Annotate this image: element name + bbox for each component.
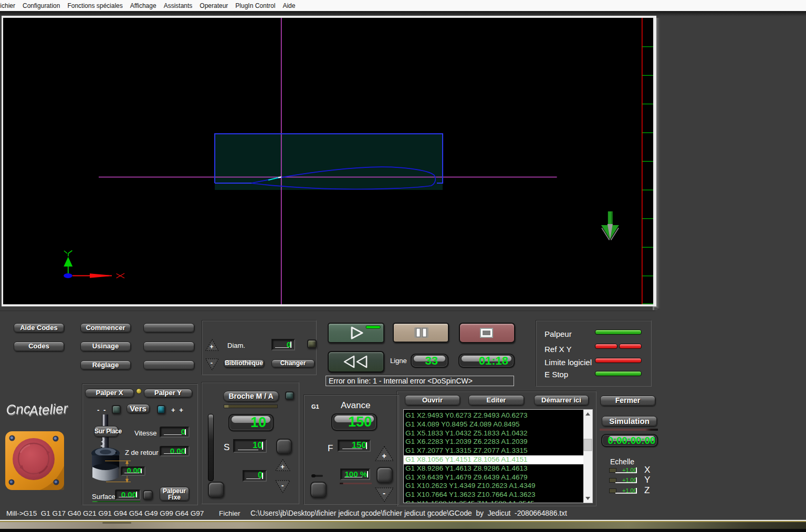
svg-text:-: - <box>211 359 213 367</box>
svg-text:Cnc: Cnc <box>6 401 31 418</box>
svg-text:Atelier: Atelier <box>27 400 69 419</box>
svg-text:-: - <box>281 481 284 490</box>
svg-text:+: + <box>210 343 213 350</box>
svg-text:-: - <box>383 488 385 497</box>
svg-text:+: + <box>280 463 285 471</box>
svg-text:+: + <box>382 452 386 460</box>
